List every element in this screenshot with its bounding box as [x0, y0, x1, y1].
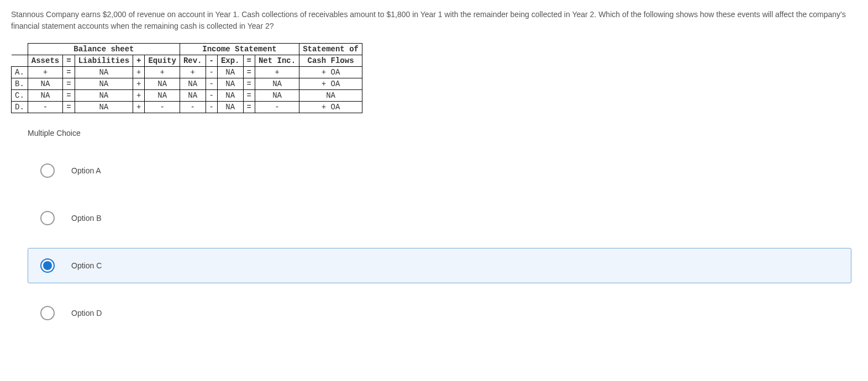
option-label: Option A: [71, 166, 101, 175]
col-rev: Rev.: [180, 55, 206, 67]
table-cell-equity: +: [145, 67, 180, 78]
table-cell-eq2: =: [243, 90, 255, 102]
table-cell-rev: NA: [180, 78, 206, 90]
table-cell-netinc: -: [255, 102, 299, 113]
table-cell-equity: -: [145, 102, 180, 113]
table-cell-rev: NA: [180, 90, 206, 102]
table-cell-eq2: =: [243, 102, 255, 113]
table-cell-minus: -: [206, 67, 217, 78]
table-cell-equity: NA: [145, 78, 180, 90]
table-blank-corner2: [12, 55, 28, 67]
table-cell-netinc: NA: [255, 90, 299, 102]
table-cell-minus: -: [206, 90, 217, 102]
table-cell-eq1: =: [63, 78, 75, 90]
col-equity: Equity: [145, 55, 180, 67]
option-label: Option C: [71, 261, 102, 270]
table-cell-plus1: +: [133, 67, 145, 78]
col-cashflow: Cash Flows: [299, 55, 362, 67]
table-row: B.NA=NA+NANA-NA=NA+ OA: [12, 78, 362, 90]
table-cell-eq1: =: [63, 90, 75, 102]
group-header-balance-sheet: Balance sheet: [28, 44, 180, 55]
table-cell-liabilities: NA: [75, 102, 133, 113]
option-label: Option D: [71, 309, 102, 318]
table-cell-plus1: +: [133, 78, 145, 90]
table-cell-rev: +: [180, 67, 206, 78]
table-cell-liabilities: NA: [75, 67, 133, 78]
multiple-choice-heading: Multiple Choice: [28, 129, 857, 137]
table-cell-exp: NA: [217, 67, 243, 78]
table-cell-assets: +: [28, 67, 62, 78]
col-eq2: =: [243, 55, 255, 67]
table-cell-liabilities: NA: [75, 78, 133, 90]
col-eq1: =: [63, 55, 75, 67]
radio-icon: [40, 211, 55, 225]
table-cell-netinc: NA: [255, 78, 299, 90]
col-liabilities: Liabilities: [75, 55, 133, 67]
col-exp: Exp.: [217, 55, 243, 67]
table-cell-cashflow: NA: [299, 90, 362, 102]
group-header-cashflow-1: Statement of: [299, 44, 362, 55]
table-cell-rev: -: [180, 102, 206, 113]
option-d[interactable]: Option D: [28, 295, 851, 331]
table-cell-assets: NA: [28, 90, 62, 102]
table-cell-label: D.: [12, 102, 28, 113]
table-cell-eq2: =: [243, 67, 255, 78]
table-row: D.-=NA+---NA=-+ OA: [12, 102, 362, 113]
table-cell-plus1: +: [133, 102, 145, 113]
group-header-income-statement: Income Statement: [180, 44, 299, 55]
radio-icon: [40, 306, 55, 320]
col-netinc: Net Inc.: [255, 55, 299, 67]
table-cell-cashflow: + OA: [299, 102, 362, 113]
question-text: Stannous Company earns $2,000 of revenue…: [11, 9, 857, 32]
option-label: Option B: [71, 214, 101, 223]
table-cell-label: A.: [12, 67, 28, 78]
table-cell-exp: NA: [217, 78, 243, 90]
table-cell-cashflow: + OA: [299, 67, 362, 78]
table-blank-corner: [12, 44, 28, 55]
option-b[interactable]: Option B: [28, 200, 851, 236]
radio-icon: [40, 258, 55, 273]
table-cell-eq1: =: [63, 102, 75, 113]
table-cell-eq1: =: [63, 67, 75, 78]
option-c[interactable]: Option C: [28, 248, 851, 283]
table-cell-exp: NA: [217, 90, 243, 102]
table-cell-minus: -: [206, 78, 217, 90]
table-cell-assets: NA: [28, 78, 62, 90]
table-row: A.+=NA+++-NA=++ OA: [12, 67, 362, 78]
table-cell-netinc: +: [255, 67, 299, 78]
options-container: Option AOption BOption COption D: [28, 153, 851, 331]
col-minus: -: [206, 55, 217, 67]
table-cell-exp: NA: [217, 102, 243, 113]
option-a[interactable]: Option A: [28, 153, 851, 188]
financial-effects-table: Balance sheet Income Statement Statement…: [11, 43, 362, 113]
table-row: C.NA=NA+NANA-NA=NANA: [12, 90, 362, 102]
table-cell-minus: -: [206, 102, 217, 113]
table-cell-assets: -: [28, 102, 62, 113]
table-cell-eq2: =: [243, 78, 255, 90]
table-cell-cashflow: + OA: [299, 78, 362, 90]
table-cell-label: B.: [12, 78, 28, 90]
col-assets: Assets: [28, 55, 62, 67]
radio-icon: [40, 163, 55, 178]
table-cell-plus1: +: [133, 90, 145, 102]
col-plus1: +: [133, 55, 145, 67]
table-cell-equity: NA: [145, 90, 180, 102]
table-cell-liabilities: NA: [75, 90, 133, 102]
table-cell-label: C.: [12, 90, 28, 102]
